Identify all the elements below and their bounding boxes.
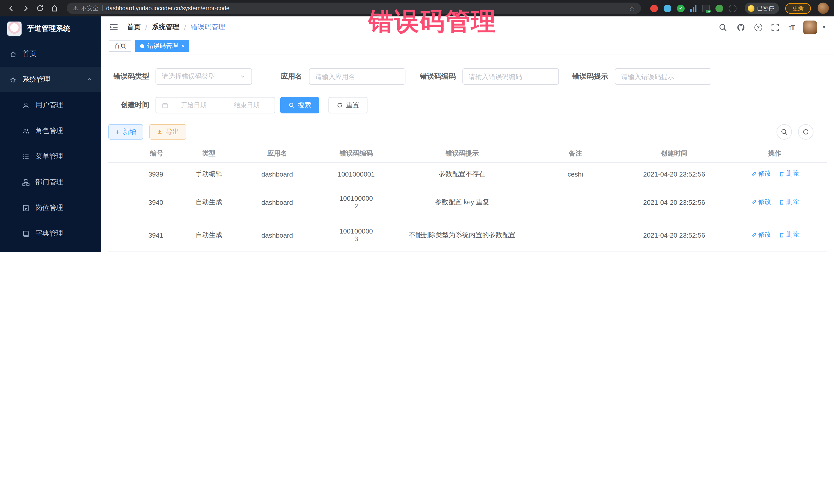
edit-link[interactable]: 修改 — [751, 170, 771, 178]
refresh-table-button[interactable] — [798, 124, 813, 139]
app-name-input[interactable] — [315, 73, 399, 80]
sidebar-item-system[interactable]: 系统管理 — [0, 67, 101, 92]
breadcrumb: 首页 / 系统管理 / 错误码管理 — [127, 23, 225, 32]
add-button[interactable]: + 新增 — [108, 124, 143, 139]
cell-actions: 修改删除 — [723, 162, 827, 186]
system-submenu: 用户管理 角色管理 菜单管理 部门管理 — [0, 92, 101, 252]
edit-link[interactable]: 修改 — [751, 231, 771, 239]
table-header-row: 编号 类型 应用名 错误码编码 错误码提示 备注 创建时间 操作 — [108, 145, 827, 162]
user-avatar[interactable] — [803, 20, 817, 34]
sidebar-item-users[interactable]: 用户管理 — [0, 92, 101, 118]
sidebar-item-roles[interactable]: 角色管理 — [0, 118, 101, 144]
sidebar-item-notices[interactable]: 通知公告 — [0, 246, 101, 252]
tab-home[interactable]: 首页 — [109, 40, 131, 52]
table-row: 3939手动编辑dashboard1001000001参数配置不存在ceshi2… — [108, 162, 827, 186]
navbar-actions: ? TT ▼ — [718, 20, 826, 34]
show-search-button[interactable] — [776, 124, 792, 139]
book-icon — [22, 229, 30, 238]
divider — [102, 5, 103, 11]
extension-icon-pin[interactable] — [729, 4, 737, 12]
extension-icon-switch[interactable]: on — [702, 4, 710, 12]
sidebar-item-departments[interactable]: 部门管理 — [0, 169, 101, 195]
cell-app: dashboard — [241, 251, 313, 252]
edit-icon — [751, 171, 757, 177]
search-button[interactable]: 搜索 — [280, 97, 319, 113]
browser-toolbar: ⚠ 不安全 dashboard.yudao.iocoder.cn/system/… — [0, 0, 834, 17]
export-button-label: 导出 — [166, 127, 179, 136]
download-icon — [156, 129, 163, 135]
col-header-app: 应用名 — [241, 145, 313, 162]
delete-icon — [778, 199, 785, 205]
reset-button[interactable]: 重置 — [328, 97, 368, 113]
extension-icon-stats[interactable] — [690, 5, 697, 12]
fullscreen-icon[interactable] — [771, 23, 780, 32]
search-icon[interactable] — [718, 23, 727, 32]
hamburger-icon[interactable] — [109, 22, 119, 32]
search-icon — [781, 128, 788, 135]
close-icon[interactable]: × — [181, 43, 184, 49]
cell-remark — [525, 251, 626, 252]
reload-icon[interactable] — [34, 2, 46, 14]
breadcrumb-home[interactable]: 首页 — [127, 23, 140, 32]
app-logo-row[interactable]: 芋道管理系统 — [0, 17, 101, 41]
address-bar[interactable]: ⚠ 不安全 dashboard.yudao.iocoder.cn/system/… — [67, 3, 641, 14]
url-text[interactable]: dashboard.yudao.iocoder.cn/system/error-… — [106, 5, 230, 11]
help-icon[interactable]: ? — [754, 23, 762, 31]
security-warning[interactable]: ⚠ 不安全 — [73, 4, 98, 12]
top-navbar: 首页 / 系统管理 / 错误码管理 ? TT ▼ — [101, 17, 834, 38]
github-icon[interactable] — [736, 23, 745, 32]
delete-link[interactable]: 删除 — [778, 170, 799, 178]
error-hint-input[interactable] — [621, 73, 705, 80]
sidebar-item-label: 角色管理 — [36, 126, 63, 135]
list-icon — [22, 152, 30, 161]
app-name-field — [309, 68, 405, 85]
cell-remark — [525, 219, 626, 251]
extension-icon-teal[interactable] — [664, 4, 671, 12]
sidebar-item-dict[interactable]: 字典管理 — [0, 221, 101, 246]
bookmark-star-icon[interactable]: ☆ — [629, 4, 635, 12]
start-date-placeholder[interactable]: 开始日期 — [171, 101, 216, 110]
font-size-icon[interactable]: TT — [789, 23, 794, 31]
add-button-label: 新增 — [123, 127, 136, 136]
plus-icon: + — [115, 128, 119, 135]
tab-label: 首页 — [114, 42, 126, 50]
tab-error-code[interactable]: 错误码管理 × — [135, 40, 190, 52]
col-header-time: 创建时间 — [626, 145, 723, 162]
sidebar-menu: 首页 系统管理 用户管理 角色管理 — [0, 41, 101, 252]
breadcrumb-system[interactable]: 系统管理 — [152, 23, 180, 32]
back-icon[interactable] — [5, 2, 18, 14]
paused-badge[interactable]: 已暂停 — [745, 3, 779, 14]
badge-icon — [22, 204, 30, 212]
update-label: 更新 — [792, 4, 804, 12]
sidebar-item-menus[interactable]: 菜单管理 — [0, 144, 101, 169]
app-title: 芋道管理系统 — [27, 24, 70, 34]
caret-down-icon[interactable]: ▼ — [822, 25, 826, 30]
warning-icon: ⚠ — [73, 5, 78, 12]
browser-profile-avatar[interactable] — [817, 3, 829, 14]
date-range-picker[interactable]: 开始日期 - 结束日期 — [155, 97, 275, 113]
error-code-input[interactable] — [468, 73, 553, 80]
edit-icon — [751, 232, 757, 238]
sidebar-item-posts[interactable]: 岗位管理 — [0, 195, 101, 221]
paused-label: 已暂停 — [757, 4, 774, 12]
error-type-select[interactable]: 请选择错误码类型 — [155, 68, 252, 85]
forward-icon[interactable] — [20, 2, 32, 14]
filter-type-label: 错误码类型 — [108, 72, 149, 81]
edit-link[interactable]: 修改 — [751, 198, 771, 206]
extensions-cluster: ✔ on — [647, 4, 740, 12]
delete-link[interactable]: 删除 — [778, 231, 799, 239]
extension-icon-red[interactable] — [650, 4, 658, 12]
export-button[interactable]: 导出 — [149, 124, 186, 139]
end-date-placeholder[interactable]: 结束日期 — [224, 101, 269, 110]
home-icon[interactable] — [48, 2, 61, 14]
col-header-remark: 备注 — [525, 145, 626, 162]
cell-code: 1001000002 — [313, 186, 399, 219]
screen: ⚠ 不安全 dashboard.yudao.iocoder.cn/system/… — [0, 0, 834, 252]
cell-app: dashboard — [241, 186, 313, 219]
delete-link[interactable]: 删除 — [778, 198, 799, 206]
update-button[interactable]: 更新 — [785, 3, 811, 14]
extension-icon-green-check[interactable]: ✔ — [677, 4, 685, 12]
extension-icon-leaf[interactable] — [716, 4, 723, 12]
security-label: 不安全 — [81, 4, 98, 12]
sidebar-item-home[interactable]: 首页 — [0, 41, 101, 67]
